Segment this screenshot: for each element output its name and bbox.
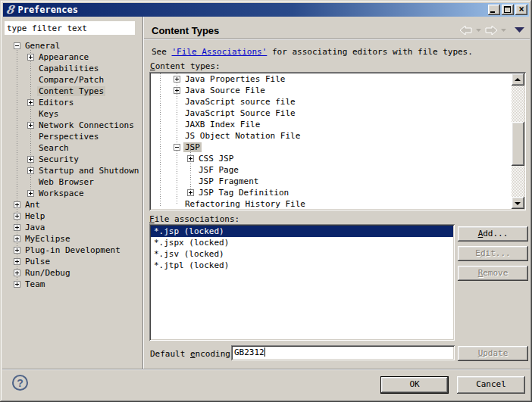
collapse-icon[interactable] (14, 42, 20, 49)
tree-item-css-jsp[interactable]: CSS JSP (151, 153, 512, 164)
tree-item-java-properties-file[interactable]: Java Properties File (151, 73, 512, 85)
tree-item-label: Compare/Patch (37, 75, 105, 85)
tree-item-search[interactable]: Search (3, 142, 141, 154)
scrollbar-track[interactable] (512, 86, 524, 197)
tree-item-pulse[interactable]: Pulse (3, 256, 141, 267)
expand-icon[interactable] (27, 156, 34, 163)
expand-icon[interactable] (27, 167, 34, 174)
tree-item-jaxb-index-file[interactable]: JAXB Index File (151, 119, 512, 130)
tree-item-java-source-file[interactable]: Java Source File (151, 85, 512, 96)
tree-item-label: Editors (37, 98, 75, 108)
expand-icon[interactable] (27, 122, 34, 129)
tree-item-ant[interactable]: Ant (3, 199, 141, 210)
tree-item-label: JavaScript Source File (183, 108, 297, 118)
preferences-tree: GeneralAppearanceCapabilitiesCompare/Pat… (3, 40, 141, 293)
back-arrow-icon[interactable] (460, 26, 472, 35)
tree-item-workspace[interactable]: Workspace (3, 188, 141, 199)
back-history-caret-icon[interactable] (476, 29, 481, 33)
tree-item-run-debug[interactable]: Run/Debug (3, 267, 141, 279)
tree-item-plug-in-development[interactable]: Plug-in Development (3, 245, 141, 256)
association-item-jspx-locked[interactable]: *.jspx (locked) (151, 237, 453, 248)
expand-icon[interactable] (174, 87, 180, 94)
add-button[interactable]: Add... (458, 226, 528, 242)
tree-item-label: Startup and Shutdown (37, 166, 140, 176)
tree-item-label: Security (37, 154, 80, 164)
tree-item-jsf-page[interactable]: JSF Page (151, 164, 512, 176)
minimize-icon (490, 11, 495, 13)
expand-icon[interactable] (14, 247, 20, 254)
tree-item-java[interactable]: Java (3, 222, 141, 233)
expand-icon[interactable] (14, 213, 20, 220)
edit-button[interactable]: Edit... (458, 246, 528, 261)
window-title: Preferences (17, 5, 77, 15)
expand-icon[interactable] (27, 54, 34, 61)
tree-item-network-connections[interactable]: Network Connections (3, 120, 141, 131)
expand-icon[interactable] (14, 270, 20, 276)
scroll-down-button[interactable] (512, 197, 524, 209)
scroll-down-icon (515, 202, 521, 205)
scrollbar (512, 73, 524, 209)
tree-item-team[interactable]: Team (3, 279, 141, 290)
tree-item-compare-patch[interactable]: Compare/Patch (3, 74, 141, 86)
tree-item-keys[interactable]: Keys (3, 108, 141, 120)
tree-item-label: JSP Fragment (197, 176, 260, 186)
tree-item-javascript-source-file[interactable]: JavaScript Source File (151, 108, 512, 119)
view-menu-icon[interactable] (515, 27, 524, 33)
filter-input[interactable] (5, 21, 135, 35)
tree-item-label: JAXB Index File (183, 120, 261, 129)
tree-item-label: JS Object Notation File (183, 131, 302, 141)
expand-icon[interactable] (14, 258, 20, 265)
tree-item-javascript-source-file[interactable]: JavaScript source file (151, 96, 512, 108)
minimize-button[interactable] (488, 5, 500, 15)
tree-item-myeclipse[interactable]: MyEclipse (3, 233, 141, 245)
tree-item-editors[interactable]: Editors (3, 97, 141, 108)
tree-item-content-types[interactable]: Content Types (3, 86, 141, 97)
titlebar[interactable]: 8 Preferences × (3, 3, 529, 17)
ok-button[interactable]: OK (380, 376, 449, 394)
forward-arrow-icon[interactable] (485, 26, 497, 35)
tree-item-refactoring-history-file[interactable]: Refactoring History File (151, 198, 512, 209)
tree-item-appearance[interactable]: Appearance (3, 51, 141, 63)
tree-item-jsp-tag-definition[interactable]: JSP Tag Definition (151, 187, 512, 198)
tree-item-perspectives[interactable]: Perspectives (3, 131, 141, 142)
tree-item-general[interactable]: General (3, 40, 141, 51)
expand-icon[interactable] (27, 99, 34, 106)
tree-item-jsp-fragment[interactable]: JSP Fragment (151, 176, 512, 187)
tree-item-label: Search (37, 143, 70, 153)
tree-item-capabilities[interactable]: Capabilities (3, 63, 141, 74)
tree-item-label: Java (23, 223, 47, 232)
tree-item-label: Ant (23, 200, 42, 210)
cancel-button[interactable]: Cancel (457, 376, 525, 394)
remove-button[interactable]: Remove (458, 266, 528, 281)
tree-item-label: JavaScript source file (183, 97, 297, 107)
maximize-button[interactable] (502, 5, 514, 15)
forward-history-caret-icon[interactable] (501, 29, 506, 33)
tree-item-web-browser[interactable]: Web Browser (3, 176, 141, 188)
scroll-up-button[interactable] (512, 73, 524, 86)
scrollbar-thumb[interactable] (512, 122, 524, 166)
expand-icon[interactable] (27, 190, 34, 197)
expand-icon[interactable] (187, 155, 194, 162)
tree-item-startup-and-shutdown[interactable]: Startup and Shutdown (3, 165, 141, 176)
tree-item-security[interactable]: Security (3, 154, 141, 165)
collapse-icon[interactable] (174, 144, 180, 151)
association-item-jsp-locked[interactable]: *.jsp (locked) (151, 226, 453, 237)
update-button[interactable]: Update (458, 346, 528, 361)
close-button[interactable]: × (515, 5, 527, 15)
app-icon: 8 (5, 5, 15, 16)
file-associations-link[interactable]: 'File Associations' (172, 47, 268, 57)
association-item-jtpl-locked[interactable]: *.jtpl (locked) (151, 260, 453, 271)
expand-icon[interactable] (14, 235, 20, 242)
expand-icon[interactable] (14, 224, 20, 231)
expand-icon[interactable] (14, 201, 20, 208)
expand-icon[interactable] (174, 76, 180, 83)
association-item-jsv-locked[interactable]: *.jsv (locked) (151, 248, 453, 260)
tree-item-jsp[interactable]: JSP (151, 142, 512, 153)
expand-icon[interactable] (187, 189, 194, 196)
tree-item-help[interactable]: Help (3, 210, 141, 222)
tree-item-label: Keys (37, 109, 61, 119)
expand-icon[interactable] (14, 281, 20, 288)
help-button[interactable]: ? (12, 375, 28, 391)
default-encoding-input[interactable]: GB2312 (231, 345, 455, 360)
tree-item-js-object-notation-file[interactable]: JS Object Notation File (151, 130, 512, 142)
